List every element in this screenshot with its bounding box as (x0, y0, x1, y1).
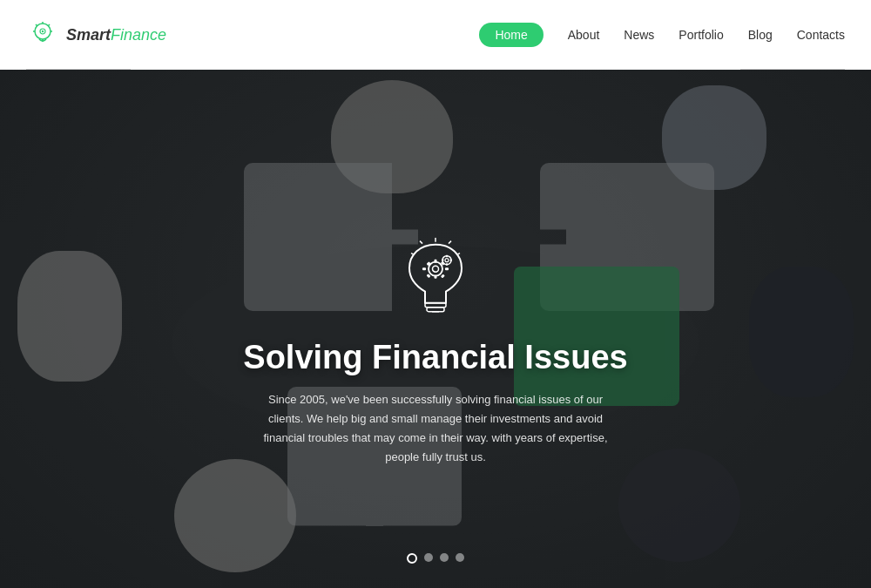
nav-blog[interactable]: Blog (748, 28, 773, 42)
hero-description: Since 2005, we've been successfully solv… (261, 389, 610, 466)
svg-rect-15 (435, 274, 437, 278)
header: SmartFinance Home About News Portfolio B… (0, 0, 871, 70)
svg-rect-16 (422, 267, 426, 270)
svg-point-12 (429, 261, 442, 275)
svg-line-7 (36, 24, 37, 26)
slide-dot-3[interactable] (440, 553, 449, 562)
hero-title: Solving Financial Issues (209, 338, 662, 375)
svg-point-3 (42, 30, 44, 32)
header-line-left (26, 69, 131, 70)
svg-rect-25 (446, 263, 448, 266)
slide-dot-4[interactable] (456, 553, 464, 562)
svg-rect-21 (441, 274, 445, 278)
hero-section: Solving Financial Issues Since 2005, we'… (0, 70, 871, 588)
logo[interactable]: SmartFinance (26, 18, 166, 51)
svg-rect-24 (446, 254, 448, 257)
nav-home[interactable]: Home (479, 23, 543, 47)
svg-point-13 (433, 266, 439, 272)
svg-line-29 (449, 240, 451, 243)
slide-dot-2[interactable] (424, 553, 433, 562)
main-nav: Home About News Portfolio Blog Contacts (479, 23, 845, 47)
nav-contacts[interactable]: Contacts (797, 28, 845, 42)
slide-dot-1[interactable] (407, 553, 417, 564)
svg-line-30 (420, 240, 422, 243)
svg-rect-14 (435, 259, 437, 262)
hero-bulb-icon (209, 237, 662, 328)
logo-text: SmartFinance (66, 26, 166, 44)
header-line-right (740, 69, 845, 70)
svg-rect-26 (442, 259, 444, 260)
svg-point-23 (445, 258, 449, 261)
logo-icon (26, 18, 59, 51)
hero-content: Solving Financial Issues Since 2005, we'… (209, 237, 662, 466)
svg-line-5 (49, 24, 51, 26)
slide-dots (407, 553, 464, 564)
nav-about[interactable]: About (568, 28, 600, 42)
svg-rect-17 (445, 267, 449, 270)
nav-portfolio[interactable]: Portfolio (679, 28, 723, 42)
nav-news[interactable]: News (624, 28, 654, 42)
svg-rect-27 (450, 259, 453, 260)
